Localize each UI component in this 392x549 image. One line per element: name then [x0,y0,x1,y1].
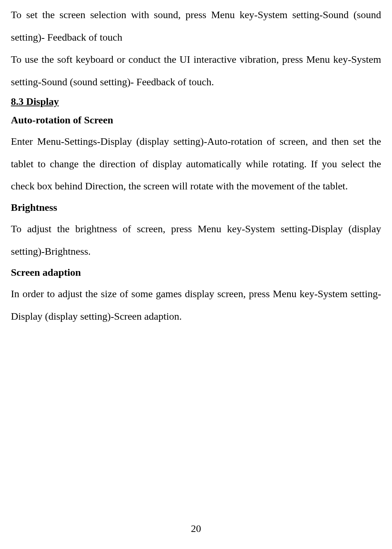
paragraph-soft-keyboard: To use the soft keyboard or conduct the … [11,48,381,93]
paragraph-adaption: In order to adjust the size of some game… [11,283,381,327]
paragraph-autorotation: Enter Menu-Settings-Display (display set… [11,130,381,197]
sub-heading-autorotation: Auto-rotation of Screen [11,110,381,130]
sub-heading-adaption: Screen adaption [11,262,381,283]
section-heading-display: 8.3 Display [11,94,381,110]
page-number: 20 [0,523,392,534]
paragraph-sound-selection: To set the screen selection with sound, … [11,4,381,48]
sub-heading-brightness: Brightness [11,197,381,218]
document-content: To set the screen selection with sound, … [11,4,381,327]
paragraph-brightness: To adjust the brightness of screen, pres… [11,218,381,262]
